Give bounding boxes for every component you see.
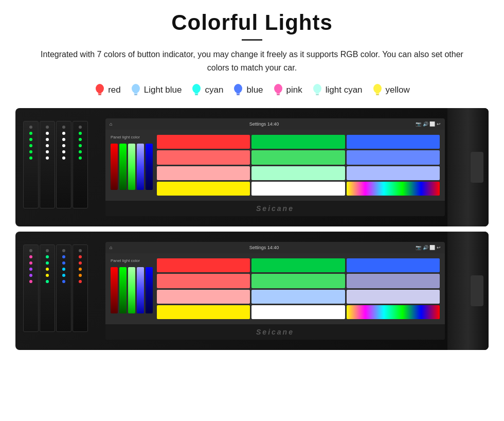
unit-1-screen-bottom: Seicane	[105, 201, 445, 216]
panel-dot-green	[46, 261, 49, 265]
color-label-red: red	[108, 85, 121, 95]
panel-dot-blue	[62, 255, 65, 258]
bar-blue	[137, 144, 144, 190]
panel-dot-green	[79, 144, 82, 147]
swatch	[157, 150, 250, 164]
svg-rect-8	[195, 94, 198, 95]
bulb-icon-lightcyan	[312, 83, 323, 97]
panel-dot	[79, 126, 82, 129]
swatch-2	[251, 305, 345, 319]
panel-light-label: Panel light color	[111, 135, 153, 139]
svg-rect-17	[316, 94, 319, 95]
panel-slice-4	[73, 121, 88, 208]
swatch	[347, 135, 440, 149]
bar-red-2	[111, 267, 118, 313]
panel-dot-yellow	[46, 268, 49, 271]
swatch-rainbow-2	[347, 305, 440, 319]
panel-dot-white	[62, 138, 65, 141]
panel-dot	[29, 249, 32, 252]
swatch-2	[347, 274, 440, 288]
unit-1-left-panels	[15, 108, 103, 226]
bulb-icon-lightblue	[130, 83, 141, 97]
panel-dot-green	[29, 132, 32, 135]
svg-rect-13	[276, 93, 280, 94]
topbar-title: Settings 14:40	[249, 121, 279, 127]
panel-dot-green	[46, 280, 49, 283]
unit-1-screen: ⌂ Settings 14:40 📷 🔊 ⬜ ↩ Panel light col…	[105, 118, 445, 216]
panel-dot-purple	[29, 268, 32, 271]
swatch	[157, 135, 250, 149]
panel-dot-white	[46, 138, 49, 141]
unit-2-topbar: ⌂ Settings 14:40 📷 🔊 ⬜ ↩	[105, 242, 445, 253]
panel-slice-1	[23, 121, 39, 208]
svg-rect-5	[134, 94, 137, 95]
bulb-icon-cyan	[191, 83, 202, 97]
panel-dot-red	[79, 261, 82, 265]
swatch-2	[157, 274, 250, 288]
unit-2-right-handle	[447, 232, 489, 350]
title-section: Colorful Lights	[15, 10, 489, 41]
panel-dot	[62, 126, 65, 129]
panel-dot-white	[62, 156, 65, 160]
panel-slice-1	[23, 244, 39, 332]
unit-2-left-content: Panel light color	[111, 258, 153, 319]
bar-darkblue	[146, 144, 153, 190]
svg-rect-19	[375, 93, 379, 94]
svg-rect-16	[315, 93, 319, 94]
panel-dot-pink	[29, 255, 32, 258]
panel-dot-blue	[62, 280, 65, 283]
color-item-red: red	[94, 83, 121, 97]
swatch-2	[157, 305, 250, 319]
color-label-yellow: yellow	[386, 85, 410, 95]
color-item-blue: blue	[232, 83, 263, 97]
panel-dot-white	[46, 132, 49, 135]
handle-bump	[471, 152, 483, 183]
panel-slice-2	[40, 244, 55, 332]
svg-point-15	[313, 84, 321, 93]
panel-dot-purple	[29, 274, 32, 277]
panel-dot-orange	[79, 268, 82, 271]
topbar-home-icon: ⌂	[110, 121, 112, 127]
panel-light-label-2: Panel light color	[111, 258, 153, 263]
svg-rect-11	[237, 94, 240, 95]
unit-1-swatches	[157, 135, 440, 196]
panel-dot	[62, 249, 65, 252]
topbar-icons: 📷 🔊 ⬜ ↩	[416, 121, 441, 127]
bulb-icon-blue	[232, 83, 244, 97]
topbar-home-icon-2: ⌂	[110, 245, 112, 250]
topbar-icons-2: 📷 🔊 ⬜ ↩	[416, 245, 441, 250]
color-label-cyan: cyan	[205, 85, 223, 95]
color-indicators: red Light blue cyan	[15, 83, 489, 97]
panel-slice-2	[40, 121, 55, 208]
unit-1-right-handle	[447, 108, 489, 226]
title-divider	[242, 39, 262, 41]
panel-dot	[79, 249, 82, 252]
panel-dot	[46, 126, 49, 129]
swatch	[347, 150, 440, 164]
svg-point-0	[96, 84, 104, 93]
swatch	[157, 166, 250, 180]
svg-rect-7	[195, 93, 199, 94]
panel-dot-red	[79, 280, 82, 283]
swatch-2	[347, 258, 440, 272]
panel-dot-green	[29, 150, 32, 153]
panel-dot-pink	[29, 261, 32, 265]
unit-1-screen-content: Panel light color	[105, 130, 445, 201]
page-container: Colorful Lights Integrated with 7 colors…	[0, 0, 504, 365]
panel-dot-red	[79, 255, 82, 258]
description-text: Integrated with 7 colors of button indic…	[31, 48, 473, 74]
svg-point-12	[274, 84, 282, 93]
svg-rect-14	[277, 94, 280, 95]
swatch	[251, 166, 345, 180]
bar-lightgreen	[128, 144, 135, 190]
swatch-2	[251, 258, 345, 272]
svg-rect-2	[98, 94, 101, 95]
panel-dot-green	[79, 132, 82, 135]
bar-green-2	[119, 267, 127, 313]
unit-2-screen: ⌂ Settings 14:40 📷 🔊 ⬜ ↩ Panel light col…	[105, 242, 445, 340]
unit-1-topbar: ⌂ Settings 14:40 📷 🔊 ⬜ ↩	[105, 118, 445, 130]
bar-darkblue-2	[146, 267, 153, 313]
panel-dot-cyan	[62, 268, 65, 271]
swatch	[251, 135, 345, 149]
unit-2-color-bars	[111, 267, 153, 313]
